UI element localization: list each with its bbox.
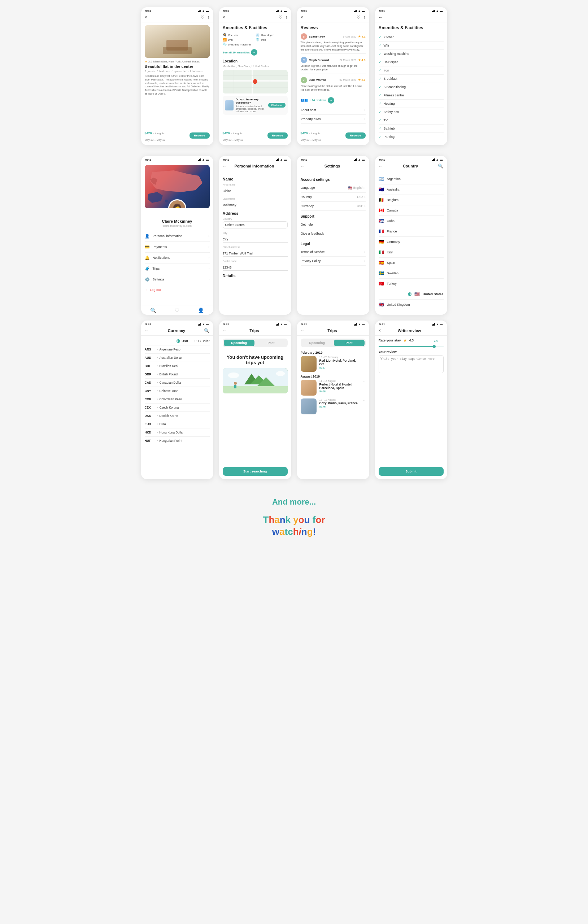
reserve-button-2[interactable]: Reserve [268,132,287,139]
trips-tab-upcoming[interactable]: Upcoming [224,340,254,346]
chevron-feedback: › [365,232,366,235]
country-argentina[interactable]: 🇦🇷Argentina [379,174,444,185]
currency-brl[interactable]: BRL•Brazilian Real [145,362,210,370]
chat-now-button[interactable]: Chat now [268,103,286,107]
country-usa[interactable]: 🇺🇸 United States [379,289,444,300]
ty-g: g [307,526,313,537]
back-icon-7[interactable]: ← [301,163,305,168]
country-italy[interactable]: 🇮🇹Italy [379,247,444,258]
country-canada[interactable]: 🇨🇦Canada [379,205,444,216]
currency-search-icon[interactable]: 🔍 [204,328,209,333]
reserve-button-1[interactable]: Reserve [190,132,209,139]
currency-gbp[interactable]: GBP•British Pound [145,370,210,379]
back-icon-6[interactable]: ← [223,163,227,168]
time-10: 9:41 [223,323,229,326]
share-icon-3[interactable]: ↑ [363,15,366,20]
share-icon[interactable]: ↑ [208,15,210,20]
trip-more-barcelona[interactable]: ··· [363,380,366,396]
country-cuba[interactable]: 🇨🇺Cuba [379,216,444,226]
trip-more-portland[interactable]: ··· [363,356,366,372]
country-sweden[interactable]: 🇸🇪Sweden [379,268,444,279]
logout-button[interactable]: → Log out [145,288,210,292]
back-icon-4[interactable]: ← [379,15,383,20]
battery-icon-11: ▬ [362,323,365,326]
check-wifi: ✓ [379,44,382,47]
chevron-about-host: › [365,108,366,112]
reviewer-name-3: Julie Warren [309,78,326,82]
back-icon-9[interactable]: ← [145,328,149,333]
trips-tab-past[interactable]: Past [256,340,287,346]
about-host-row[interactable]: About host › [301,106,366,115]
currency-eur[interactable]: EUR•Euro [145,420,210,429]
currency-cad[interactable]: CAD•Canadian Dollar [145,379,210,387]
city-input[interactable] [223,236,288,243]
country-spain[interactable]: 🇪🇸Spain [379,258,444,268]
close-icon-2[interactable]: × [223,15,225,20]
currency-dkk[interactable]: DKK•Danish Krone [145,412,210,420]
reserve-button-3[interactable]: Reserve [345,132,365,139]
trips-past-tab-2[interactable]: Past [334,340,365,346]
trip-more-paris[interactable]: ··· [363,398,366,414]
country-setting[interactable]: Country USA › [301,193,366,202]
currency-hkd[interactable]: HKD•Hong Kong Dollar [145,429,210,437]
last-name-input[interactable] [223,202,288,208]
star-icon: ★ [145,60,147,63]
currency-czk[interactable]: CZK•Czech Koruna [145,404,210,412]
country-search-icon[interactable]: 🔍 [438,163,443,168]
trips-upcoming-tab-2[interactable]: Upcoming [302,340,332,346]
country-australia[interactable]: 🇦🇺Australia [379,185,444,195]
currency-cop[interactable]: COP•Colombian Peso [145,395,210,404]
see-all-reviews[interactable]: 👥👥 + 24 reviews → [301,97,366,104]
property-rules-row[interactable]: Property rules › [301,115,366,124]
currency-ars[interactable]: ARS•Argentine Peso [145,345,210,354]
favorite-icon[interactable]: ♡ [201,15,205,20]
review-textarea[interactable] [379,355,444,373]
close-icon-3[interactable]: × [301,15,303,20]
tos-row[interactable]: Terms of Service › [301,248,366,257]
first-name-input[interactable] [223,188,288,194]
favorite-icon-2[interactable]: ♡ [279,15,282,20]
profile-menu-settings[interactable]: ⚙️ Settings › [145,274,210,285]
amenities-list-screen: 9:41 ▲ ▬ ← Amenities & Facilities ✓Kitch… [375,7,447,145]
back-icon-11[interactable]: ← [301,328,305,333]
country-belgium[interactable]: 🇧🇪Belgium [379,195,444,205]
profile-menu-trips[interactable]: 🧳 Trips › [145,264,210,274]
bottom-nav-search[interactable]: 🔍 [150,307,156,313]
back-icon-10[interactable]: ← [223,328,227,333]
currency-aud[interactable]: AUD•Australian Dollar [145,354,210,362]
currency-usd[interactable]: USD • US Dollar [145,337,210,345]
chevron-currency: › [365,204,366,208]
close-icon-12[interactable]: × [379,328,381,333]
country-france[interactable]: 🇫🇷France [379,226,444,237]
language-setting[interactable]: Language 🇺🇸 English › [301,183,366,193]
get-help-row[interactable]: Get help › [301,220,366,229]
close-icon[interactable]: × [145,15,147,20]
country-turkey[interactable]: 🇹🇷Turkey [379,279,444,289]
profile-menu-payments[interactable]: 💳 Payments › [145,242,210,252]
share-icon-2[interactable]: ↑ [286,15,288,20]
country-germany[interactable]: 🇩🇪Germany [379,237,444,247]
currency-screen: 9:41 ▲ ▬ ← Currency 🔍 USD • US Dollar AR… [141,320,213,479]
back-icon-8[interactable]: ← [379,163,383,168]
country-selector[interactable]: United States [223,221,288,228]
currency-huf[interactable]: HUF•Hungarian Forint [145,437,210,445]
last-name-label: Last name [223,197,288,200]
currency-setting[interactable]: Currency USD › [301,202,366,211]
feedback-row[interactable]: Give a feedback › [301,229,366,238]
postal-input[interactable] [223,264,288,271]
start-searching-button[interactable]: Start searching [223,467,288,476]
street-input[interactable] [223,251,288,257]
see-all-amenities[interactable]: See all 10 amenities → [223,49,288,56]
profile-menu-notifications[interactable]: 🔔 Notifications › [145,252,210,264]
logout-row[interactable]: → Log out [145,285,210,295]
privacy-row[interactable]: Privacy Policy › [301,257,366,266]
bottom-nav-favorites[interactable]: ♡ [175,307,179,313]
currency-cny[interactable]: CNY•Chinese Yuan [145,387,210,395]
country-uk[interactable]: 🇬🇧United Kingdom [379,300,444,310]
favorite-icon-3[interactable]: ♡ [357,15,361,20]
status-bar-7: 9:41 ▲ ▬ [297,156,369,162]
bottom-nav-profile[interactable]: 👤 [198,307,204,313]
amenities-top-nav: × ♡ ↑ [219,13,291,22]
profile-menu-personal[interactable]: 👤 Personal information › [145,231,210,242]
submit-button[interactable]: Submit [379,467,444,476]
